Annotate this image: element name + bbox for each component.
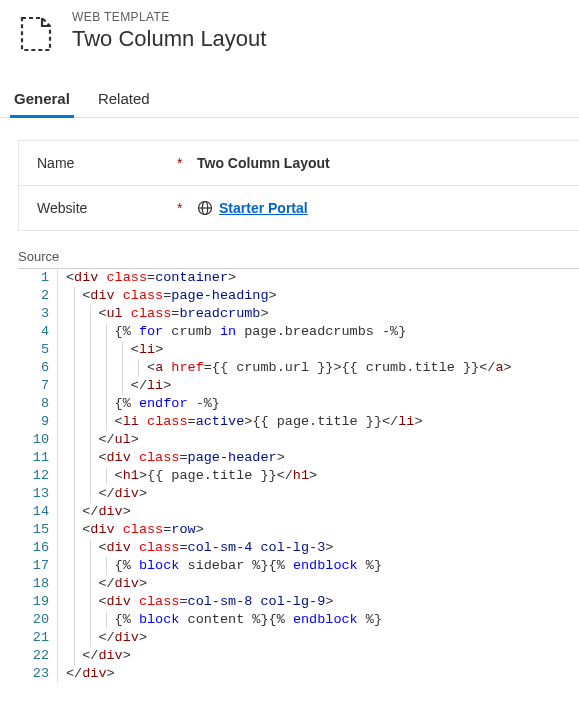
indent-guide: [90, 539, 91, 557]
code-line[interactable]: 23</div>: [18, 665, 579, 683]
code-content[interactable]: <div class=page-heading>: [58, 287, 579, 305]
code-line[interactable]: 10 </ul>: [18, 431, 579, 449]
code-line[interactable]: 13 </div>: [18, 485, 579, 503]
token-delim: -%}: [188, 396, 220, 411]
code-content[interactable]: <div class=col-sm-8 col-lg-9>: [58, 593, 579, 611]
token-tag: ul: [115, 432, 131, 447]
code-line[interactable]: 17 {% block sidebar %}{% endblock %}: [18, 557, 579, 575]
token-txt: crumb.url: [228, 360, 317, 375]
token-punc: </: [82, 504, 98, 519]
code-line[interactable]: 19 <div class=col-sm-8 col-lg-9>: [18, 593, 579, 611]
indent-guide: [90, 611, 91, 629]
code-content[interactable]: </li>: [58, 377, 579, 395]
code-line[interactable]: 9 <li class=active>{{ page.title }}</li>: [18, 413, 579, 431]
token-delim: {%: [115, 558, 139, 573]
code-line[interactable]: 3 <ul class=breadcrumb>: [18, 305, 579, 323]
indent-guide: [90, 359, 91, 377]
token-delim: {{: [212, 360, 228, 375]
file-dashed-icon: [16, 14, 56, 54]
code-content[interactable]: <div class=row>: [58, 521, 579, 539]
code-line[interactable]: 15 <div class=row>: [18, 521, 579, 539]
field-row-website[interactable]: Website * Starter Portal: [19, 186, 579, 231]
source-editor[interactable]: 1<div class=container>2 <div class=page-…: [18, 268, 579, 683]
token-delim: -%}: [382, 324, 406, 339]
token-attr: class: [131, 306, 172, 321]
code-content[interactable]: </div>: [58, 503, 579, 521]
token-punc: </: [98, 486, 114, 501]
code-line[interactable]: 2 <div class=page-heading>: [18, 287, 579, 305]
code-content[interactable]: </div>: [58, 647, 579, 665]
code-line[interactable]: 16 <div class=col-sm-4 col-lg-3>: [18, 539, 579, 557]
code-content[interactable]: <div class=container>: [58, 269, 579, 287]
token-attr: class: [107, 270, 148, 285]
token-var: col-sm-4 col-lg-3: [188, 540, 326, 555]
code-content[interactable]: <ul class=breadcrumb>: [58, 305, 579, 323]
token-punc: >: [139, 630, 147, 645]
code-content[interactable]: {% block content %}{% endblock %}: [58, 611, 579, 629]
code-content[interactable]: {% block sidebar %}{% endblock %}: [58, 557, 579, 575]
code-content[interactable]: </div>: [58, 665, 579, 683]
code-line[interactable]: 11 <div class=page-header>: [18, 449, 579, 467]
code-content[interactable]: <li class=active>{{ page.title }}</li>: [58, 413, 579, 431]
code-line[interactable]: 4 {% for crumb in page.breadcrumbs -%}: [18, 323, 579, 341]
name-value[interactable]: Two Column Layout: [197, 155, 330, 171]
token-attr: class: [123, 288, 164, 303]
website-link[interactable]: Starter Portal: [219, 200, 308, 216]
code-content[interactable]: <div class=page-header>: [58, 449, 579, 467]
code-line[interactable]: 8 {% endfor -%}: [18, 395, 579, 413]
token-delim: {%: [115, 612, 139, 627]
indent-guide: [122, 377, 123, 395]
code-content[interactable]: </div>: [58, 575, 579, 593]
code-content[interactable]: </div>: [58, 629, 579, 647]
token-punc: >: [107, 666, 115, 681]
indent-guide: [90, 557, 91, 575]
tab-general[interactable]: General: [10, 82, 74, 117]
field-row-name[interactable]: Name * Two Column Layout: [19, 141, 579, 186]
code-content[interactable]: </ul>: [58, 431, 579, 449]
code-line[interactable]: 21 </div>: [18, 629, 579, 647]
indent-guide: [106, 323, 107, 341]
indent-guide: [106, 395, 107, 413]
code-content[interactable]: {% for crumb in page.breadcrumbs -%}: [58, 323, 579, 341]
tab-related[interactable]: Related: [94, 82, 154, 117]
name-label: Name: [37, 155, 177, 171]
indent-guide: [90, 395, 91, 413]
code-line[interactable]: 14 </div>: [18, 503, 579, 521]
token-punc: <: [98, 450, 106, 465]
token-tag: div: [115, 576, 139, 591]
code-content[interactable]: {% endfor -%}: [58, 395, 579, 413]
token-tag: li: [123, 414, 147, 429]
indent-guide: [106, 557, 107, 575]
code-line[interactable]: 20 {% block content %}{% endblock %}: [18, 611, 579, 629]
token-punc: =: [204, 360, 212, 375]
code-line[interactable]: 1<div class=container>: [18, 269, 579, 287]
code-content[interactable]: <h1>{{ page.title }}</h1>: [58, 467, 579, 485]
token-tag: div: [82, 666, 106, 681]
token-punc: </: [131, 378, 147, 393]
indent-guide: [106, 611, 107, 629]
indent-guide: [90, 305, 91, 323]
line-number: 20: [18, 611, 58, 629]
code-line[interactable]: 18 </div>: [18, 575, 579, 593]
code-content[interactable]: <div class=col-sm-4 col-lg-3>: [58, 539, 579, 557]
code-line[interactable]: 5 <li>: [18, 341, 579, 359]
line-number: 15: [18, 521, 58, 539]
code-content[interactable]: <li>: [58, 341, 579, 359]
line-number: 19: [18, 593, 58, 611]
token-tag: div: [107, 540, 139, 555]
token-kw: for: [139, 324, 163, 339]
code-line[interactable]: 6 <a href={{ crumb.url }}>{{ crumb.title…: [18, 359, 579, 377]
code-line[interactable]: 22 </div>: [18, 647, 579, 665]
indent-guide: [74, 377, 75, 395]
code-line[interactable]: 7 </li>: [18, 377, 579, 395]
token-tag: div: [107, 450, 139, 465]
required-marker: *: [177, 155, 197, 171]
code-content[interactable]: </div>: [58, 485, 579, 503]
indent-guide: [90, 377, 91, 395]
line-number: 16: [18, 539, 58, 557]
indent-guide: [74, 629, 75, 647]
indent-guide: [106, 377, 107, 395]
code-line[interactable]: 12 <h1>{{ page.title }}</h1>: [18, 467, 579, 485]
code-content[interactable]: <a href={{ crumb.url }}>{{ crumb.title }…: [58, 359, 579, 377]
token-delim: %}: [358, 612, 382, 627]
